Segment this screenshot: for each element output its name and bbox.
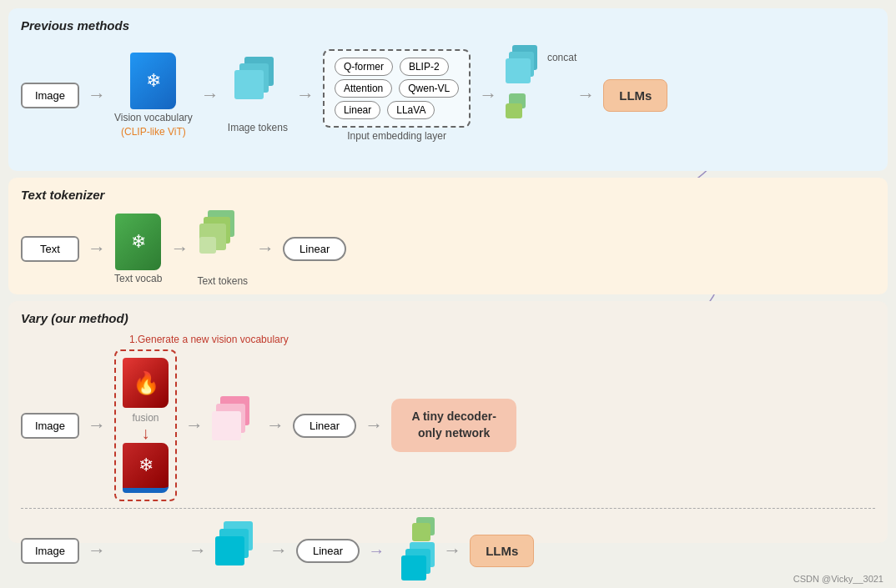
vary-tokens-top — [212, 396, 258, 455]
section-previous-methods: Previous methods Image ❄ Vision vocabula… — [8, 8, 888, 171]
embed-row1: Q-former BLIP-2 — [335, 58, 459, 76]
vary-title-text: Vary (our method) — [21, 311, 128, 325]
embed-attention: Attention — [335, 79, 392, 98]
vary-combined-tokens — [393, 517, 435, 584]
prev-image-box: Image — [21, 83, 79, 108]
embed-items: Q-former BLIP-2 Attention Qwen-VL Linear… — [335, 58, 459, 119]
text-vocab-container: ❄ Text vocab — [114, 214, 162, 284]
image-tokens-label: Image tokens — [228, 122, 288, 133]
main-container: Previous methods Image ❄ Vision vocabula… — [0, 0, 896, 588]
section-prev-title: Previous methods — [21, 18, 875, 33]
text-box: Text — [21, 236, 79, 262]
text-vocab-book: ❄ — [115, 214, 161, 270]
fusion-label: fusion — [132, 412, 159, 424]
text-vocab-label: Text vocab — [114, 273, 162, 284]
section-divider — [21, 508, 875, 509]
embed-qformer: Q-former — [335, 58, 393, 76]
text-linear-btn: Linear — [283, 237, 346, 261]
dashed-box: 🔥 fusion ↓ ❄ — [114, 349, 177, 501]
section-text-tokenizer: Text tokenizer Text ❄ Text vocab — [8, 178, 888, 294]
vary-step1-label: 1.Generate a new vision vocabulary — [129, 334, 875, 345]
vision-vocab-book: ❄ — [130, 53, 176, 109]
embed-qwenvl: Qwen-VL — [399, 79, 459, 98]
concat-container: concat — [506, 45, 539, 145]
embed-container: Q-former BLIP-2 Attention Qwen-VL Linear… — [323, 49, 471, 142]
prev-llm-box: LLMs — [603, 79, 667, 112]
text-tokens-label: Text tokens — [197, 275, 248, 287]
text-arrow3 — [252, 238, 279, 259]
arrow1 — [83, 84, 110, 106]
vary-llm-box: LLMs — [470, 535, 534, 567]
vary-arrow4 — [360, 415, 387, 436]
vary-image-box2: Image — [21, 538, 79, 564]
vary-arrow9 — [439, 540, 466, 561]
arrow5 — [572, 84, 599, 106]
concat-stack — [506, 45, 539, 145]
section-vary: Vary (our method) 1.Generate a new visio… — [8, 301, 888, 543]
fusion-arrow: ↓ — [142, 424, 150, 443]
vary-arrow3 — [262, 415, 289, 436]
section-text-title: Text tokenizer — [21, 188, 875, 202]
embed-row3: Linear LLaVA — [335, 101, 459, 119]
vision-vocab-sub: (CLIP-like ViT) — [121, 126, 186, 138]
text-tokens-container: Text tokens — [197, 210, 248, 287]
arrow3 — [292, 84, 319, 106]
image-tokens-container: Image tokens — [228, 57, 288, 133]
fire-book: 🔥 — [123, 358, 169, 408]
vary-bottom-row: Image Linear → — [21, 517, 875, 584]
image-tokens-stack — [234, 57, 280, 119]
vision-vocab-label: Vision vocabulary — [114, 112, 193, 123]
vary-arrow2 — [181, 415, 208, 436]
vary-tokens-bottom — [215, 521, 261, 580]
watermark: CSDN @Vicky__3021 — [793, 574, 883, 584]
ice-book: ❄ — [123, 443, 169, 493]
fire-book-container: 🔥 — [123, 358, 169, 408]
vary-arrow6 — [184, 540, 211, 561]
embed-box: Q-former BLIP-2 Attention Qwen-VL Linear… — [323, 49, 471, 128]
concat-label: concat — [547, 52, 576, 63]
vary-arrow8: → — [364, 541, 389, 560]
text-tokens-stack — [199, 210, 245, 273]
vision-vocab-container: ❄ Vision vocabulary (CLIP-like ViT) — [114, 53, 193, 138]
vary-arrow5 — [83, 540, 110, 561]
vary-arrow7 — [265, 540, 292, 561]
section-vary-title: Vary (our method) — [21, 311, 875, 325]
vary-image-box1: Image — [21, 413, 79, 439]
embed-row2: Attention Qwen-VL — [335, 79, 459, 98]
fusion-section: fusion ↓ — [123, 412, 169, 443]
vary-linear-bottom: Linear — [296, 539, 360, 563]
text-arrow1 — [83, 238, 110, 259]
embed-llava: LLaVA — [387, 101, 435, 119]
embed-blip2: BLIP-2 — [400, 58, 449, 76]
arrow4 — [475, 84, 501, 106]
vary-linear-top: Linear — [293, 414, 356, 438]
text-arrow2 — [166, 238, 193, 259]
vary-top-row: Image 🔥 fusion ↓ ❄ — [21, 349, 875, 501]
embed-linear: Linear — [335, 101, 380, 119]
ice-book-container: ❄ — [123, 443, 169, 493]
embed-label: Input embedding layer — [347, 130, 446, 142]
decoder-box: A tiny decoder- only network — [391, 399, 516, 451]
arrow2 — [197, 84, 224, 106]
vary-arrow1 — [83, 415, 110, 436]
